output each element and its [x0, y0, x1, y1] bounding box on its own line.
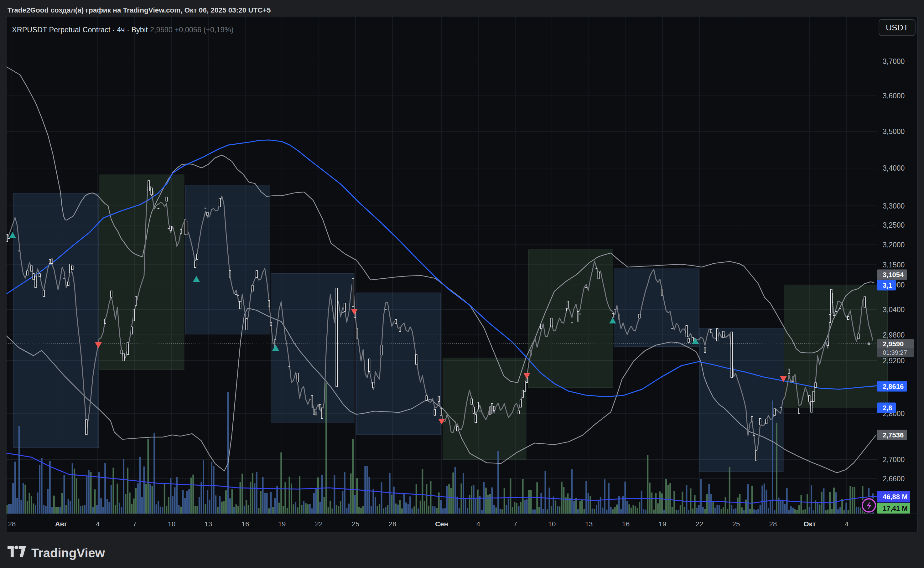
svg-text:2,9590 +0,0056 (+0,19%): 2,9590 +0,0056 (+0,19%) — [150, 26, 234, 34]
svg-text:28: 28 — [8, 520, 16, 528]
svg-text:16: 16 — [622, 520, 629, 528]
svg-text:7: 7 — [133, 520, 136, 528]
svg-text:3,2500: 3,2500 — [883, 221, 904, 229]
svg-text:19: 19 — [659, 520, 666, 528]
svg-text:2,9800: 2,9800 — [883, 331, 904, 339]
svg-text:Сен: Сен — [435, 520, 448, 528]
svg-text:2,9590: 2,9590 — [883, 340, 904, 348]
svg-text:3,4000: 3,4000 — [883, 164, 904, 172]
svg-text:25: 25 — [732, 520, 740, 528]
svg-text:28: 28 — [769, 520, 777, 528]
svg-text:17,41 M: 17,41 M — [883, 505, 908, 512]
svg-text:2,9200: 2,9200 — [883, 357, 904, 365]
svg-text:3,0400: 3,0400 — [883, 306, 904, 314]
svg-text:4: 4 — [845, 520, 848, 528]
svg-text:2,7536: 2,7536 — [883, 431, 904, 439]
svg-text:3,1500: 3,1500 — [883, 261, 904, 269]
svg-text:46,88 M: 46,88 M — [883, 493, 908, 501]
svg-text:3,6000: 3,6000 — [883, 92, 904, 100]
svg-text:TradingView: TradingView — [31, 546, 105, 560]
svg-text:22: 22 — [315, 520, 323, 528]
svg-text:25: 25 — [352, 520, 359, 528]
svg-text:13: 13 — [204, 520, 212, 528]
svg-text:19: 19 — [278, 520, 286, 528]
svg-text:22: 22 — [696, 520, 703, 528]
svg-text:3,3000: 3,3000 — [883, 202, 904, 210]
svg-text:7: 7 — [513, 520, 517, 528]
svg-text:3,2000: 3,2000 — [883, 241, 904, 249]
svg-text:4: 4 — [96, 520, 100, 528]
svg-text:13: 13 — [585, 520, 593, 528]
svg-text:Окт: Окт — [804, 520, 816, 528]
svg-text:4: 4 — [476, 520, 480, 528]
svg-text:USDT: USDT — [886, 23, 908, 32]
svg-text:01:39:27: 01:39:27 — [883, 349, 907, 356]
svg-text:3,7000: 3,7000 — [883, 57, 904, 65]
svg-text:3,5000: 3,5000 — [883, 127, 904, 136]
svg-text:XRPUSDT Perpetual Contract · 4: XRPUSDT Perpetual Contract · 4ч · Bybit — [12, 26, 148, 34]
svg-text:3,1054: 3,1054 — [883, 271, 904, 279]
svg-text:10: 10 — [548, 520, 556, 528]
svg-text:10: 10 — [168, 520, 175, 528]
svg-text:2,8: 2,8 — [883, 404, 892, 412]
svg-text:28: 28 — [389, 520, 396, 528]
svg-text:2,7000: 2,7000 — [883, 456, 904, 464]
svg-text:2,6600: 2,6600 — [883, 475, 904, 483]
svg-text:2,8616: 2,8616 — [883, 383, 904, 390]
svg-text:Авг: Авг — [55, 520, 67, 528]
svg-text:16: 16 — [242, 520, 249, 528]
svg-text:Trade2Good создал(а) график на: Trade2Good создал(а) график на TradingVi… — [8, 6, 271, 14]
svg-text:3,1: 3,1 — [883, 281, 892, 289]
